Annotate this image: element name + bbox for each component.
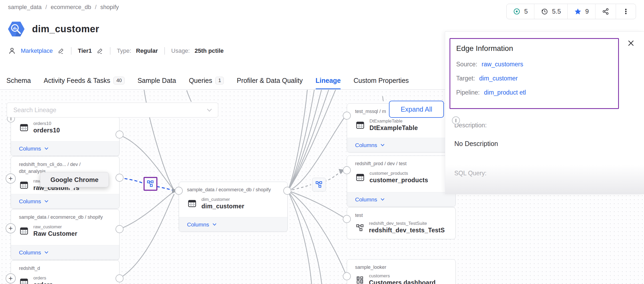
columns-toggle[interactable]: Columns xyxy=(347,192,455,206)
breadcrumb-schema[interactable]: shopify xyxy=(100,4,119,11)
expand-upstream-button[interactable]: + xyxy=(6,223,16,233)
lineage-search-box xyxy=(7,103,218,117)
tab-queries[interactable]: Queries 1 xyxy=(189,71,224,90)
more-options-button[interactable] xyxy=(616,4,636,19)
pipeline-link[interactable]: dim_product etl xyxy=(484,89,526,96)
pencil-icon xyxy=(97,47,104,54)
chevron-down-icon xyxy=(44,200,49,203)
type-label: Type: xyxy=(117,47,131,54)
columns-toggle[interactable]: Columns xyxy=(179,217,287,232)
columns-toggle[interactable]: Columns xyxy=(11,245,119,259)
edit-tier-button[interactable] xyxy=(97,47,104,54)
node-handle-orders-out[interactable] xyxy=(116,274,124,282)
activity-count-badge: 40 xyxy=(113,77,125,84)
type-value: Regular xyxy=(136,47,158,54)
source-label: Source: xyxy=(456,61,477,68)
tab-profiler[interactable]: Profiler & Data Quality xyxy=(237,71,303,90)
share-button[interactable] xyxy=(595,4,616,19)
table-detail-page: sample_data / ecommerce_db / shopify 5 5… xyxy=(0,0,644,284)
node-handle-test-suite-in[interactable] xyxy=(343,215,351,223)
pipeline-icon xyxy=(315,181,323,189)
lineage-node-raw-customer[interactable]: sample_data / ecommerce_db / shopify raw… xyxy=(11,209,120,260)
source-link[interactable]: raw_customers xyxy=(482,61,523,68)
breadcrumb: sample_data / ecommerce_db / shopify xyxy=(8,4,119,11)
expand-upstream-button[interactable]: + xyxy=(6,273,16,283)
close-icon xyxy=(627,40,634,47)
lineage-search-input[interactable] xyxy=(7,107,207,114)
divider xyxy=(71,47,71,55)
breadcrumb-database[interactable]: ecommerce_db xyxy=(51,4,91,11)
target-label: Target: xyxy=(456,75,475,82)
share-icon xyxy=(602,8,609,15)
quality-score-button[interactable]: 5 xyxy=(507,4,534,19)
table-icon xyxy=(19,123,29,132)
title-row: dim_customer xyxy=(7,20,99,38)
tab-lineage[interactable]: Lineage xyxy=(316,71,341,90)
lineage-node-customer-products[interactable]: redshift_prod / dev / test customer_prod… xyxy=(347,156,456,207)
queries-count-badge: 1 xyxy=(215,77,224,84)
table-icon xyxy=(19,278,29,284)
node-handle-dim-customer-in[interactable] xyxy=(175,187,183,195)
collapse-handle[interactable] xyxy=(452,116,460,124)
version-value: 5.5 xyxy=(552,8,561,15)
breadcrumb-separator: / xyxy=(45,4,47,11)
owner-icon xyxy=(8,47,16,55)
test-suite-icon xyxy=(356,223,364,232)
pipeline-label: Pipeline: xyxy=(456,89,480,96)
owner-link[interactable]: Marketplace xyxy=(21,47,53,54)
table-icon xyxy=(19,181,29,190)
description-value: No Description xyxy=(454,140,498,148)
star-count: 9 xyxy=(585,8,589,15)
edge-info-panel: Edge Information Source: raw_customers T… xyxy=(445,31,644,194)
pipeline-edge-icon-selected[interactable] xyxy=(144,177,157,191)
node-handle-customers-in[interactable] xyxy=(343,272,351,280)
node-handle-customer-products-in[interactable] xyxy=(343,166,351,174)
star-icon xyxy=(574,8,582,15)
node-handle-raw-customers-out[interactable] xyxy=(116,174,124,182)
history-icon xyxy=(541,8,548,15)
pipeline-icon xyxy=(146,180,154,188)
node-handle-orders10-out[interactable] xyxy=(116,131,124,139)
breadcrumb-separator: / xyxy=(95,4,97,11)
columns-toggle[interactable]: Columns xyxy=(347,138,455,152)
lineage-node-orders[interactable]: redshift_d orders orders xyxy=(11,260,120,284)
tab-custom-properties[interactable]: Custom Properties xyxy=(353,71,409,90)
lineage-node-dim-customer[interactable]: sample_data / ecommerce_db / shopify dim… xyxy=(179,182,288,232)
lineage-node-test-suite[interactable]: test redshift_dev_tests_TestSuite redshi… xyxy=(347,207,456,239)
node-handle-dim-customer-out[interactable] xyxy=(283,187,291,195)
quality-score-value: 5 xyxy=(524,8,528,15)
tab-bar: Schema Activity Feeds & Tasks 40 Sample … xyxy=(6,71,409,90)
target-icon xyxy=(513,8,520,15)
divider xyxy=(110,47,110,55)
chevron-down-icon xyxy=(212,223,217,226)
columns-toggle[interactable]: Columns xyxy=(11,141,119,156)
close-panel-button[interactable] xyxy=(627,40,634,48)
lineage-node-customers-dashboard[interactable]: sample_looker customers Customers dashbo… xyxy=(347,259,456,284)
meta-row: Marketplace Tier1 Type: Regular Usage: 2… xyxy=(8,47,224,55)
expand-all-button[interactable]: Expand All xyxy=(389,101,444,118)
expand-upstream-button[interactable]: + xyxy=(6,173,16,184)
tab-activity-feeds[interactable]: Activity Feeds & Tasks 40 xyxy=(44,71,125,90)
table-icon xyxy=(19,226,29,236)
google-chrome-tooltip: Google Chrome xyxy=(40,172,109,187)
page-title: dim_customer xyxy=(32,23,99,35)
table-icon xyxy=(356,121,365,130)
chevron-down-icon xyxy=(44,251,49,254)
tab-sample-data[interactable]: Sample Data xyxy=(137,71,176,90)
columns-toggle[interactable]: Columns xyxy=(11,194,119,208)
table-icon xyxy=(356,173,365,182)
edit-owner-button[interactable] xyxy=(58,47,65,54)
pipeline-edge-icon[interactable] xyxy=(312,178,326,192)
version-history-button[interactable]: 5.5 xyxy=(534,4,567,19)
node-handle-dtexampletable-in[interactable] xyxy=(343,112,351,120)
lineage-node-orders10[interactable]: orders10 orders10 Columns xyxy=(11,116,120,156)
node-handle-raw-customer-out[interactable] xyxy=(116,225,124,233)
tab-schema[interactable]: Schema xyxy=(6,71,31,90)
divider xyxy=(164,47,165,55)
usage-value: 25th pctile xyxy=(194,47,224,54)
target-link[interactable]: dim_customer xyxy=(479,75,518,82)
description-label: Description: xyxy=(454,122,487,129)
breadcrumb-service[interactable]: sample_data xyxy=(8,4,42,11)
star-button[interactable]: 9 xyxy=(568,4,595,19)
dashboard-icon xyxy=(356,276,364,284)
